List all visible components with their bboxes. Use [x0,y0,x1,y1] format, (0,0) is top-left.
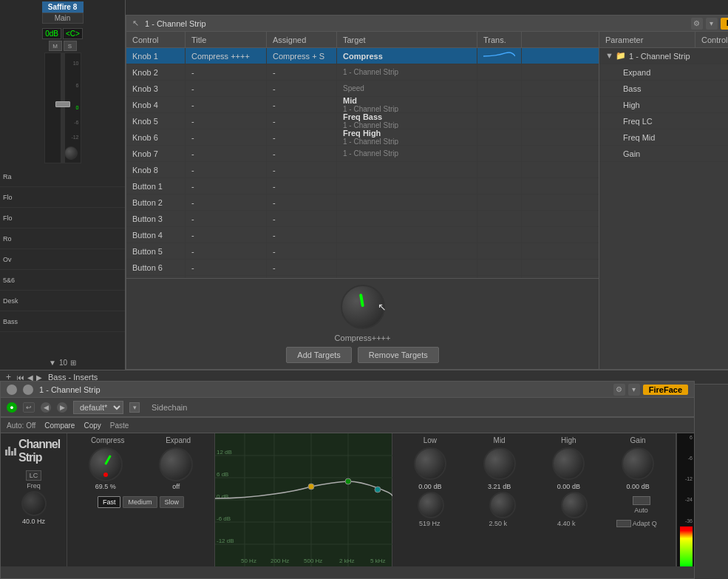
main-label: Main [42,13,84,24]
table-row[interactable]: Knob 8 - - [126,162,599,178]
table-body[interactable]: Knob 1 Compress ++++ Compress + S Compre… [126,48,599,278]
td-target [337,260,477,275]
expand-value: off [172,483,180,490]
td-assigned: - [267,178,337,194]
preset-arrow[interactable]: ▾ [129,402,140,413]
param-label: Bass [623,84,641,93]
compress-section-label: Compress [91,436,125,444]
param-list[interactable]: ▼ 📁 1 - Channel Strip Expand Bass High F… [599,48,728,369]
compress-knob[interactable]: ↖ [341,285,385,329]
menu-arrow[interactable]: ▾ [706,18,718,30]
power-btn[interactable]: ● [7,402,17,413]
eq-mid-freq-knob[interactable] [489,492,516,518]
table-row[interactable]: Knob 1 Compress ++++ Compress + S Compre… [126,48,599,64]
freq-knob[interactable] [21,491,47,516]
plugin-gear-icon[interactable]: ⚙ [613,384,625,396]
table-row[interactable]: Knob 7 - - 1 - Channel Strip [126,146,599,162]
td-assigned: - [267,97,337,112]
td-trans [477,162,522,177]
svg-text:200 Hz: 200 Hz [271,558,289,564]
table-row[interactable]: Button 2 - - [126,194,599,211]
eq-low-db: 0.00 dB [412,483,449,490]
main-fader[interactable] [55,101,70,107]
cs-left-panel: Channel Strip LC Freq 40.0 Hz [1,433,67,566]
controller-titlebar: ↖ 1 - Channel Strip ⚙ ▾ FireFace [126,16,728,32]
th-target: Target [337,32,477,47]
table-row[interactable]: Button 4 - - [126,227,599,243]
nav-right-icon[interactable]: ▶ [36,373,42,382]
channel-row-ra: Ra [0,166,125,187]
fireface-badge[interactable]: FireFace [721,18,728,30]
table-row[interactable]: Knob 3 - - Speed [126,81,599,97]
compress-knob-plugin[interactable] [89,447,123,481]
table-row[interactable]: Button 1 - - [126,178,599,194]
medium-btn[interactable]: Medium [123,496,157,508]
eq-high-knob[interactable] [552,447,585,480]
td-trans [477,146,522,161]
plugin-fireface-badge[interactable]: FireFace [643,385,688,395]
cursor-tool-icon[interactable]: ↖ [132,18,139,28]
eq-low-freq-knob[interactable] [418,492,444,518]
add-targets-btn[interactable]: Add Targets [286,347,352,363]
adapt-q-btn[interactable]: Adapt Q [616,520,657,527]
param-row[interactable]: Freq LC [599,113,728,129]
td-target [337,194,477,210]
svg-point-21 [375,487,381,492]
plugin-close-btn[interactable] [7,385,17,395]
db-display: 0dB [42,28,61,39]
parameter-panel: Parameter Controller ▼ 📁 1 - Channel Str… [599,32,728,369]
td-target [337,227,477,243]
table-row[interactable]: Button 5 - - [126,243,599,260]
solo-btn[interactable]: S [64,41,77,51]
td-control: Knob 8 [126,162,186,177]
eq-low-knob[interactable] [414,447,446,480]
table-row[interactable]: Knob 2 - - 1 - Channel Strip [126,64,599,81]
plugin-title: 1 - Channel Strip [39,385,613,394]
param-row[interactable]: Gain [599,146,728,162]
td-title: - [186,194,267,210]
table-row[interactable]: Button 3 - - [126,211,599,227]
td-target: Speed [337,81,477,96]
alt-btn[interactable]: ↩ [23,402,35,413]
param-row[interactable]: High [599,97,728,113]
table-row[interactable]: Knob 4 - - Mid 1 - Channel Strip [126,97,599,113]
param-row[interactable]: ▼ 📁 1 - Channel Strip [599,48,728,64]
paste-btn[interactable]: Paste [110,421,129,430]
slow-btn[interactable]: Slow [160,496,185,508]
expand-knob[interactable] [159,447,193,481]
plugin-window: 1 - Channel Strip ⚙ ▾ FireFace ● ↩ ◀ ▶ d… [0,381,695,579]
gear-icon[interactable]: ⚙ [691,18,703,30]
eq-high-freq-knob[interactable] [561,492,588,518]
collapse-btn[interactable]: ▼ [49,359,56,367]
plugin-max-btn[interactable] [23,385,33,395]
nav-left-plugin-btn[interactable]: ◀ [41,402,51,413]
fast-btn[interactable]: Fast [98,496,121,508]
mute-btn[interactable]: M [49,41,62,51]
td-control: Button 5 [126,243,186,259]
channel-row-56: 5&6 [0,270,125,291]
param-row[interactable]: Freq Mid [599,129,728,146]
meter-neg24-label: -24 [678,497,693,502]
copy-btn[interactable]: Copy [84,421,101,430]
plugin-toolbar: ● ↩ ◀ ▶ default* ▾ Sidechain [1,398,694,417]
table-row[interactable]: Button 6 - - [126,260,599,276]
td-assigned: - [267,260,337,275]
compare-btn[interactable]: Compare [44,421,75,430]
nav-left-icon[interactable]: ◀ [27,373,33,382]
param-row[interactable]: Expand [599,64,728,81]
channel-knob[interactable] [64,146,78,160]
remove-targets-btn[interactable]: Remove Targets [358,347,439,363]
table-row[interactable]: Knob 5 - - Freq Bass 1 - Channel Strip [126,113,599,129]
auto-btn[interactable]: Auto [633,496,650,514]
td-assigned: - [267,211,337,226]
eq-gain-knob[interactable] [622,447,654,480]
td-assigned: - [267,162,337,177]
td-target: Compress [337,48,477,64]
preset-select[interactable]: default* [73,401,123,414]
plugin-menu-btn[interactable]: ▾ [628,384,640,396]
eq-mid-knob[interactable] [483,447,516,480]
table-row[interactable]: Knob 6 - - Freq High 1 - Channel Strip [126,129,599,146]
nav-right-plugin-btn[interactable]: ▶ [57,402,67,413]
td-trans [477,97,522,112]
param-row[interactable]: Bass [599,81,728,97]
